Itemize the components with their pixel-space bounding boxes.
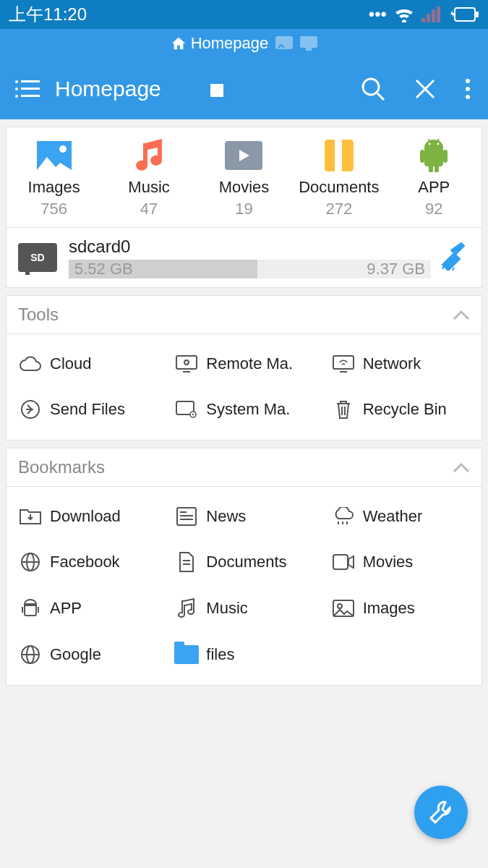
bookmark-files[interactable]: files <box>166 631 322 678</box>
item-label: Music <box>206 599 247 618</box>
clean-button[interactable] <box>441 242 470 273</box>
category-documents[interactable]: Documents 272 <box>296 139 382 218</box>
battery-charging-icon <box>448 7 479 22</box>
svg-line-12 <box>377 93 384 100</box>
tab-network-icon[interactable] <box>300 36 317 51</box>
storage-used: 5.52 GB <box>69 260 139 278</box>
svg-rect-23 <box>176 356 197 369</box>
bookmark-documents[interactable]: Documents <box>166 539 322 585</box>
item-label: Facebook <box>50 553 120 571</box>
item-label: News <box>206 507 246 526</box>
svg-point-21 <box>429 143 431 145</box>
category-images[interactable]: Images 756 <box>11 139 98 218</box>
page-title: Homepage <box>55 77 161 101</box>
cloud-icon <box>20 356 41 372</box>
tool-network[interactable]: Network <box>322 341 479 386</box>
category-label: Images <box>11 178 98 197</box>
bookmark-movies[interactable]: Movies <box>322 539 479 585</box>
bookmark-news[interactable]: News <box>166 494 322 539</box>
bookmark-images[interactable]: Images <box>322 585 479 631</box>
item-label: APP <box>50 599 82 618</box>
news-icon <box>176 507 197 526</box>
toolbar: Homepage <box>0 58 488 119</box>
svg-rect-4 <box>306 48 312 51</box>
documents-icon <box>323 140 355 171</box>
category-label: Music <box>106 178 192 197</box>
category-label: APP <box>390 178 477 197</box>
bookmark-weather[interactable]: Weather <box>322 494 479 539</box>
movies-icon <box>225 141 262 170</box>
tool-send-files[interactable]: Send Files <box>9 386 166 433</box>
trash-icon <box>335 399 352 420</box>
svg-rect-6 <box>21 80 40 82</box>
category-count: 756 <box>11 200 98 218</box>
svg-point-22 <box>437 143 440 145</box>
status-bar: 上午11:20 ••• <box>0 0 488 29</box>
bookmark-download[interactable]: Download <box>9 494 166 539</box>
svg-point-15 <box>466 79 470 83</box>
chevron-up-icon <box>453 309 470 320</box>
category-movies[interactable]: Movies 19 <box>200 139 287 218</box>
svg-point-50 <box>338 604 342 608</box>
download-folder-icon <box>20 508 41 525</box>
item-label: Movies <box>363 553 414 571</box>
monitor-icon <box>176 355 197 373</box>
fab-tool-button[interactable] <box>414 786 468 839</box>
folder-icon <box>174 645 199 664</box>
svg-rect-3 <box>300 36 317 48</box>
android-icon <box>419 139 448 172</box>
item-label: Images <box>363 599 415 618</box>
bookmark-app[interactable]: APP <box>9 585 166 631</box>
tab-remote-icon[interactable] <box>275 36 293 51</box>
bookmark-music[interactable]: Music <box>166 585 322 631</box>
tab-homepage[interactable]: Homepage <box>171 34 269 53</box>
category-app[interactable]: APP 92 <box>390 139 477 218</box>
title-dropdown[interactable]: Homepage <box>46 77 361 101</box>
item-label: Network <box>363 354 421 373</box>
search-button[interactable] <box>361 77 385 101</box>
wifi-icon <box>394 7 414 22</box>
menu-icon <box>14 79 40 99</box>
item-label: Send Files <box>50 400 125 419</box>
status-time: 上午11:20 <box>9 3 87 26</box>
category-count: 47 <box>106 200 192 218</box>
categories-card: Images 756 Music 47 Movies 19 Documents … <box>6 127 482 288</box>
tools-card: Tools Cloud Remote Ma. Network Send File… <box>6 295 482 441</box>
images-icon <box>37 141 72 170</box>
document-icon <box>178 552 195 572</box>
item-label: Download <box>50 507 121 526</box>
tool-remote-manager[interactable]: Remote Ma. <box>166 341 322 386</box>
tool-system-manager[interactable]: System Ma. <box>166 386 322 433</box>
music-note-icon <box>178 598 195 618</box>
home-icon <box>171 35 187 51</box>
image-icon <box>333 600 354 617</box>
storage-name: sdcard0 <box>69 237 431 257</box>
svg-point-11 <box>363 79 379 95</box>
section-title: Bookmarks <box>18 457 105 477</box>
category-count: 92 <box>390 200 477 218</box>
menu-button[interactable] <box>9 79 46 99</box>
tool-recycle-bin[interactable]: Recycle Bin <box>322 386 479 433</box>
svg-rect-10 <box>21 95 40 97</box>
item-label: Google <box>50 645 101 664</box>
bookmark-google[interactable]: Google <box>9 631 166 678</box>
bookmarks-header[interactable]: Bookmarks <box>7 448 481 487</box>
video-icon <box>333 554 354 570</box>
storage-row[interactable]: SD sdcard0 5.52 GB 9.37 GB <box>7 228 481 287</box>
bookmark-facebook[interactable]: Facebook <box>9 539 166 585</box>
svg-point-5 <box>15 80 18 83</box>
close-button[interactable] <box>414 78 436 100</box>
storage-bar: 5.52 GB 9.37 GB <box>69 260 431 278</box>
svg-rect-26 <box>333 356 354 369</box>
svg-rect-0 <box>455 8 475 21</box>
svg-point-7 <box>15 88 18 90</box>
overflow-menu-button[interactable] <box>465 78 471 100</box>
item-label: Recycle Bin <box>363 400 447 419</box>
category-count: 272 <box>296 200 382 218</box>
music-icon <box>134 139 163 172</box>
weather-icon <box>333 507 354 526</box>
category-music[interactable]: Music 47 <box>106 139 192 218</box>
tools-header[interactable]: Tools <box>7 296 481 334</box>
item-label: Remote Ma. <box>206 354 293 373</box>
tool-cloud[interactable]: Cloud <box>9 341 166 386</box>
